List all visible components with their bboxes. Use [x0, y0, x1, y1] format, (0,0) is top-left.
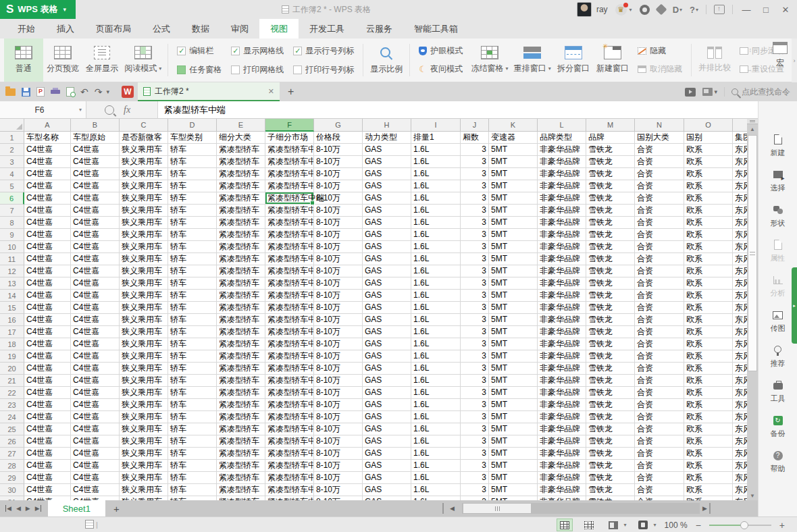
hscroll-left-icon[interactable]: ◀: [450, 500, 455, 516]
vertical-scrollbar[interactable]: ▲ ▼: [747, 119, 758, 500]
cell[interactable]: 8-10万: [314, 217, 363, 229]
cell[interactable]: 轿车: [168, 192, 217, 205]
cell[interactable]: 价格段: [314, 132, 363, 144]
cell[interactable]: 国别大类: [635, 132, 684, 144]
cell[interactable]: 合资: [635, 326, 684, 338]
view-normal-button[interactable]: [557, 518, 573, 531]
cell[interactable]: 合资: [635, 423, 684, 435]
cell[interactable]: 狭义乘用车: [120, 241, 168, 253]
minimize-button[interactable]: —: [740, 5, 752, 15]
cell[interactable]: 紧凑型轿车: [217, 217, 265, 229]
cell[interactable]: C4世嘉: [71, 411, 120, 423]
menu-tab[interactable]: 开发工具: [299, 19, 355, 38]
cell[interactable]: 雪铁龙: [586, 277, 635, 290]
cell[interactable]: GAS: [363, 399, 411, 411]
cell[interactable]: 3: [461, 168, 489, 180]
cell[interactable]: 轿车: [168, 241, 217, 253]
cell[interactable]: GAS: [363, 484, 411, 496]
row-header[interactable]: 15: [0, 302, 24, 314]
selected-cell[interactable]: 紧凑型轿车中端: [265, 192, 314, 205]
cell[interactable]: 狭义乘用车: [120, 326, 168, 338]
column-header[interactable]: K: [489, 119, 538, 132]
cell[interactable]: 雪铁龙: [586, 472, 635, 484]
checkbox-icon[interactable]: [177, 65, 186, 74]
column-header[interactable]: N: [635, 119, 684, 132]
cell[interactable]: 3: [461, 192, 489, 205]
cell[interactable]: 非豪华品牌: [538, 217, 586, 229]
cell[interactable]: 非豪华品牌: [538, 472, 586, 484]
cell[interactable]: 排量1: [411, 132, 461, 144]
cell[interactable]: 5MT: [489, 326, 538, 338]
cell[interactable]: 3: [461, 205, 489, 217]
cell[interactable]: GAS: [363, 192, 411, 205]
cell[interactable]: 5MT: [489, 350, 538, 363]
ribbon-checkbox[interactable]: 任务窗格: [177, 64, 222, 76]
chevron-down-icon[interactable]: ▾: [106, 88, 109, 95]
cell[interactable]: 雪铁龙: [586, 265, 635, 277]
row-header[interactable]: 4: [0, 168, 24, 180]
vscroll-thumb[interactable]: [748, 135, 757, 371]
cell[interactable]: 紧凑型轿车中端: [265, 156, 314, 168]
cell[interactable]: 紧凑型轿车中端: [265, 180, 314, 192]
cell[interactable]: C4世嘉: [24, 448, 71, 460]
cell[interactable]: 合资: [635, 302, 684, 314]
hscroll-right-icon[interactable]: ▶: [702, 500, 707, 516]
menu-tab[interactable]: 页面布局: [85, 19, 142, 38]
cell[interactable]: 东风: [733, 448, 747, 460]
cell[interactable]: 紧凑型轿车中端: [265, 472, 314, 484]
cell[interactable]: 雪铁龙: [586, 180, 635, 192]
vscroll-up-icon[interactable]: ▲: [747, 124, 758, 134]
row-header[interactable]: 30: [0, 484, 24, 496]
cell[interactable]: 轿车: [168, 265, 217, 277]
cell[interactable]: 1.6L: [411, 205, 461, 217]
cell[interactable]: 狭义乘用车: [120, 423, 168, 435]
cell[interactable]: 合资: [635, 253, 684, 265]
cell[interactable]: C4世嘉: [71, 326, 120, 338]
cell[interactable]: 轿车: [168, 253, 217, 265]
first-sheet-icon[interactable]: ◀: [5, 505, 11, 512]
cell[interactable]: 非豪华品牌: [538, 363, 586, 375]
menu-tab[interactable]: 云服务: [355, 19, 403, 38]
cell[interactable]: 1.6L: [411, 253, 461, 265]
name-box[interactable]: F6 ▾: [0, 101, 86, 118]
cell[interactable]: 欧系: [684, 399, 733, 411]
cell[interactable]: C4世嘉: [24, 350, 71, 363]
side-by-side-button[interactable]: 并排比较: [695, 38, 734, 82]
cell[interactable]: 非豪华品牌: [538, 423, 586, 435]
cell[interactable]: 3: [461, 144, 489, 156]
cell[interactable]: 8-10万: [314, 375, 363, 387]
cell[interactable]: 非豪华品牌: [538, 290, 586, 302]
cell[interactable]: 雪铁龙: [586, 314, 635, 326]
cell[interactable]: 非豪华品牌: [538, 326, 586, 338]
macro-button[interactable]: 宏: [769, 42, 792, 69]
checkbox-icon[interactable]: [177, 47, 186, 55]
play-icon[interactable]: [685, 88, 696, 97]
cell[interactable]: 合资: [635, 277, 684, 290]
cell[interactable]: 东风: [733, 350, 747, 363]
cell[interactable]: 3: [461, 241, 489, 253]
cell[interactable]: 轿车: [168, 448, 217, 460]
cell[interactable]: 3: [461, 156, 489, 168]
cell[interactable]: GAS: [363, 205, 411, 217]
cell[interactable]: 紧凑型轿车中端: [265, 350, 314, 363]
cell[interactable]: 1.6L: [411, 448, 461, 460]
cell[interactable]: C4世嘉: [71, 144, 120, 156]
cell[interactable]: 8-10万: [314, 205, 363, 217]
ribbon-checkbox[interactable]: 打印网格线: [231, 64, 284, 76]
cell[interactable]: 合资: [635, 217, 684, 229]
cell[interactable]: 雪铁龙: [586, 350, 635, 363]
cell[interactable]: 5MT: [489, 192, 538, 205]
cell[interactable]: 8-10万: [314, 277, 363, 290]
cell[interactable]: 雪铁龙: [586, 302, 635, 314]
cell[interactable]: 集团: [733, 132, 747, 144]
cell[interactable]: 1.6L: [411, 168, 461, 180]
cell[interactable]: C4世嘉: [24, 387, 71, 399]
cell[interactable]: GAS: [363, 435, 411, 448]
cell[interactable]: 欧系: [684, 265, 733, 277]
cell[interactable]: 3: [461, 423, 489, 435]
side-panel-item[interactable]: 选择: [759, 163, 797, 198]
cell[interactable]: 狭义乘用车: [120, 156, 168, 168]
cell[interactable]: 轿车: [168, 290, 217, 302]
cell[interactable]: C4世嘉: [24, 363, 71, 375]
view-skin-button[interactable]: [635, 518, 651, 531]
